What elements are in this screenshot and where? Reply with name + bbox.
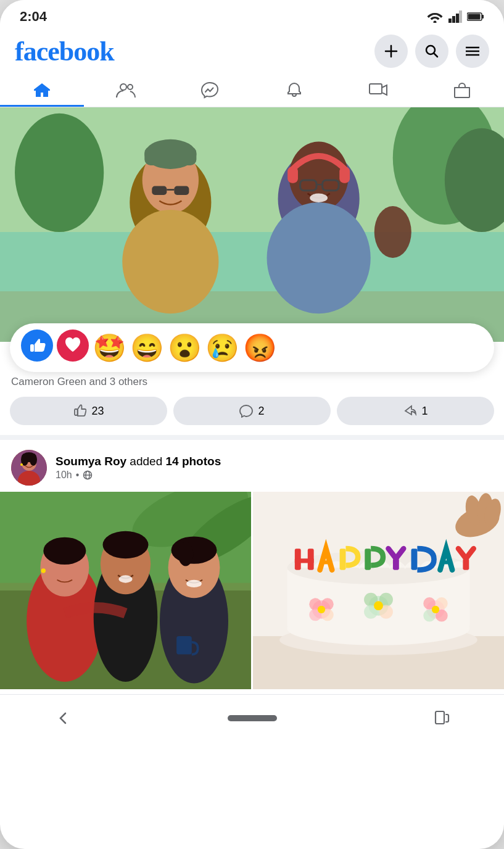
svg-point-72 xyxy=(118,575,132,582)
svg-rect-17 xyxy=(370,84,382,94)
home-indicator[interactable] xyxy=(228,715,277,721)
privacy-globe-icon xyxy=(83,470,93,480)
svg-rect-44 xyxy=(30,344,34,352)
svg-rect-28 xyxy=(144,147,196,165)
back-button[interactable] xyxy=(49,705,76,732)
svg-rect-39 xyxy=(339,167,350,183)
post-card-1: 🤩 😄 😮 😢 😡 Cameron Green and 3 others 23 xyxy=(0,107,504,435)
menu-icon xyxy=(466,46,479,56)
svg-point-90 xyxy=(318,606,325,613)
like-count: 23 xyxy=(91,405,104,418)
photo-grid-item-left[interactable] xyxy=(0,492,251,689)
comment-button[interactable]: 2 xyxy=(173,397,331,425)
rotate-button[interactable] xyxy=(428,705,455,732)
svg-point-102 xyxy=(432,606,439,613)
post-actions-1: 23 2 1 xyxy=(0,391,504,435)
svg-point-75 xyxy=(171,536,217,563)
post-meta-2: Soumya Roy added 14 photos 10h • xyxy=(56,455,493,481)
svg-point-71 xyxy=(103,531,149,558)
wifi-icon xyxy=(426,10,444,23)
app-header: facebook xyxy=(0,30,504,73)
bottom-nav xyxy=(0,694,504,742)
svg-rect-6 xyxy=(482,15,484,19)
comment-count: 2 xyxy=(258,405,264,418)
svg-rect-112 xyxy=(463,558,469,570)
svg-rect-1 xyxy=(448,19,452,23)
plus-icon xyxy=(384,44,398,58)
svg-rect-108 xyxy=(365,549,371,570)
tab-watch[interactable] xyxy=(336,73,420,107)
menu-button[interactable] xyxy=(456,35,489,68)
svg-rect-4 xyxy=(459,10,462,23)
tab-messenger[interactable] xyxy=(168,73,252,107)
svg-rect-30 xyxy=(174,186,189,195)
search-button[interactable] xyxy=(415,35,448,68)
svg-point-77 xyxy=(186,580,202,587)
tab-marketplace[interactable] xyxy=(420,73,504,107)
status-bar: 2:04 xyxy=(0,0,504,30)
avatar-soumya xyxy=(11,450,47,486)
svg-point-0 xyxy=(434,21,437,23)
reaction-love[interactable] xyxy=(57,329,89,366)
cake-svg xyxy=(253,492,504,689)
svg-point-15 xyxy=(120,84,126,90)
svg-rect-117 xyxy=(436,711,444,724)
battery-icon xyxy=(467,12,484,22)
svg-point-54 xyxy=(31,462,33,465)
svg-rect-38 xyxy=(287,167,298,183)
svg-point-67 xyxy=(43,537,86,565)
svg-point-32 xyxy=(122,210,218,313)
post-time-2: 10h • xyxy=(56,470,493,481)
photo-grid-item-right[interactable] xyxy=(253,492,504,689)
svg-point-16 xyxy=(128,85,133,89)
svg-rect-46 xyxy=(75,409,78,415)
share-button[interactable]: 1 xyxy=(337,397,494,425)
tab-home[interactable] xyxy=(0,73,84,107)
signal-icon xyxy=(448,10,462,23)
group-selfie-svg xyxy=(0,492,251,689)
svg-rect-109 xyxy=(393,558,399,570)
reaction-angry[interactable]: 😡 xyxy=(243,334,277,362)
svg-rect-3 xyxy=(456,14,459,23)
share-count: 1 xyxy=(421,405,428,418)
post-author-2: Soumya Roy added 14 photos xyxy=(56,455,493,468)
status-time: 2:04 xyxy=(20,9,47,25)
svg-rect-18 xyxy=(455,88,469,97)
svg-rect-105 xyxy=(295,558,314,563)
post-card-2: Soumya Roy added 14 photos 10h • xyxy=(0,440,504,689)
reaction-care[interactable]: 🤩 xyxy=(93,334,126,362)
svg-point-68 xyxy=(41,568,46,573)
svg-point-41 xyxy=(374,206,411,258)
search-icon xyxy=(425,44,439,58)
reaction-wow[interactable]: 😮 xyxy=(168,334,202,362)
reaction-sad[interactable]: 😢 xyxy=(205,334,239,362)
tab-friends[interactable] xyxy=(84,73,168,107)
svg-rect-78 xyxy=(176,636,192,655)
like-button[interactable]: 23 xyxy=(10,397,167,425)
svg-rect-7 xyxy=(468,14,481,20)
tab-notifications[interactable] xyxy=(252,73,336,107)
reaction-like[interactable] xyxy=(21,329,53,366)
selfie-svg xyxy=(0,107,504,342)
photo-grid-2 xyxy=(0,492,504,689)
svg-rect-29 xyxy=(152,186,167,195)
svg-line-11 xyxy=(434,54,438,57)
svg-point-96 xyxy=(374,601,383,610)
add-button[interactable] xyxy=(374,35,408,68)
svg-rect-110 xyxy=(411,549,418,570)
svg-point-21 xyxy=(15,114,104,232)
svg-point-55 xyxy=(20,463,23,466)
reaction-haha[interactable]: 😄 xyxy=(130,334,164,362)
svg-rect-107 xyxy=(340,549,346,570)
who-reacted: Cameron Green and 3 others xyxy=(0,372,504,391)
svg-point-76 xyxy=(178,542,194,566)
facebook-logo: facebook xyxy=(15,36,114,67)
svg-rect-2 xyxy=(452,16,455,23)
svg-point-51 xyxy=(30,453,37,466)
feed: 🤩 😄 😮 😢 😡 Cameron Green and 3 others 23 xyxy=(0,107,504,689)
phone-frame: 2:04 facebook xyxy=(0,0,504,849)
svg-point-53 xyxy=(25,462,27,465)
nav-tabs xyxy=(0,73,504,107)
post-image-1 xyxy=(0,107,504,342)
status-icons xyxy=(426,10,484,23)
